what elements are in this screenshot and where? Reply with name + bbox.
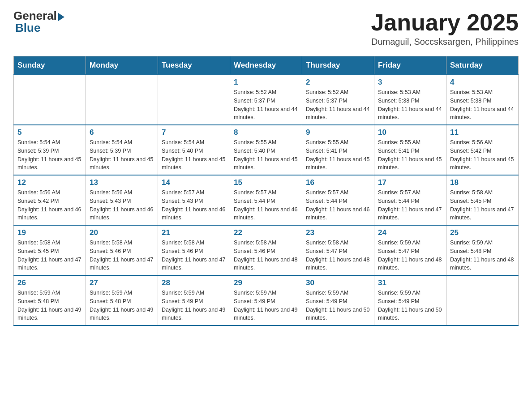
weekday-header-thursday: Thursday bbox=[302, 56, 374, 75]
day-number: 22 bbox=[234, 228, 298, 237]
calendar-cell: 10Sunrise: 5:55 AMSunset: 5:41 PMDayligh… bbox=[374, 125, 446, 175]
day-number: 26 bbox=[17, 278, 82, 287]
day-info: Sunrise: 5:54 AMSunset: 5:40 PMDaylight:… bbox=[162, 138, 226, 172]
day-number: 20 bbox=[90, 228, 154, 237]
calendar-cell: 15Sunrise: 5:57 AMSunset: 5:44 PMDayligh… bbox=[230, 175, 302, 225]
week-row-1: 1Sunrise: 5:52 AMSunset: 5:37 PMDaylight… bbox=[14, 75, 519, 125]
calendar-cell: 7Sunrise: 5:54 AMSunset: 5:40 PMDaylight… bbox=[158, 125, 230, 175]
day-info: Sunrise: 5:57 AMSunset: 5:44 PMDaylight:… bbox=[234, 188, 298, 222]
day-info: Sunrise: 5:54 AMSunset: 5:39 PMDaylight:… bbox=[90, 138, 154, 172]
day-info: Sunrise: 5:59 AMSunset: 5:48 PMDaylight:… bbox=[90, 289, 154, 322]
day-info: Sunrise: 5:58 AMSunset: 5:45 PMDaylight:… bbox=[450, 188, 515, 222]
page-header: General Blue January 2025 Dumaguil, Socc… bbox=[13, 9, 519, 47]
week-row-2: 5Sunrise: 5:54 AMSunset: 5:39 PMDaylight… bbox=[14, 125, 519, 175]
title-block: January 2025 Dumaguil, Soccsksargen, Phi… bbox=[371, 9, 519, 47]
day-number: 9 bbox=[306, 128, 370, 137]
day-info: Sunrise: 5:59 AMSunset: 5:49 PMDaylight:… bbox=[306, 289, 370, 322]
weekday-header-wednesday: Wednesday bbox=[230, 56, 302, 75]
day-number: 14 bbox=[162, 178, 226, 187]
day-number: 16 bbox=[306, 178, 370, 187]
calendar-cell: 14Sunrise: 5:57 AMSunset: 5:43 PMDayligh… bbox=[158, 175, 230, 225]
day-number: 19 bbox=[17, 228, 82, 237]
calendar-cell: 8Sunrise: 5:55 AMSunset: 5:40 PMDaylight… bbox=[230, 125, 302, 175]
day-info: Sunrise: 5:56 AMSunset: 5:42 PMDaylight:… bbox=[450, 138, 515, 172]
logo-blue-text: Blue bbox=[15, 21, 40, 35]
weekday-header-friday: Friday bbox=[374, 56, 446, 75]
calendar-cell: 13Sunrise: 5:56 AMSunset: 5:43 PMDayligh… bbox=[86, 175, 158, 225]
calendar-cell: 30Sunrise: 5:59 AMSunset: 5:49 PMDayligh… bbox=[302, 275, 374, 325]
calendar-cell bbox=[86, 75, 158, 125]
week-row-5: 26Sunrise: 5:59 AMSunset: 5:48 PMDayligh… bbox=[14, 275, 519, 325]
day-number: 3 bbox=[378, 78, 442, 87]
calendar-cell: 18Sunrise: 5:58 AMSunset: 5:45 PMDayligh… bbox=[446, 175, 519, 225]
day-info: Sunrise: 5:53 AMSunset: 5:38 PMDaylight:… bbox=[378, 88, 442, 122]
day-info: Sunrise: 5:53 AMSunset: 5:38 PMDaylight:… bbox=[450, 88, 515, 122]
calendar-cell: 25Sunrise: 5:59 AMSunset: 5:48 PMDayligh… bbox=[446, 225, 519, 275]
day-number: 27 bbox=[90, 278, 154, 287]
calendar-cell bbox=[446, 275, 519, 325]
day-info: Sunrise: 5:59 AMSunset: 5:49 PMDaylight:… bbox=[234, 289, 298, 322]
day-number: 10 bbox=[378, 128, 442, 137]
calendar-cell: 11Sunrise: 5:56 AMSunset: 5:42 PMDayligh… bbox=[446, 125, 519, 175]
day-info: Sunrise: 5:59 AMSunset: 5:48 PMDaylight:… bbox=[17, 289, 82, 322]
day-info: Sunrise: 5:57 AMSunset: 5:43 PMDaylight:… bbox=[162, 188, 226, 222]
day-info: Sunrise: 5:55 AMSunset: 5:41 PMDaylight:… bbox=[306, 138, 370, 172]
day-info: Sunrise: 5:59 AMSunset: 5:49 PMDaylight:… bbox=[378, 289, 442, 322]
calendar-cell: 23Sunrise: 5:58 AMSunset: 5:47 PMDayligh… bbox=[302, 225, 374, 275]
day-info: Sunrise: 5:58 AMSunset: 5:46 PMDaylight:… bbox=[234, 239, 298, 272]
day-info: Sunrise: 5:57 AMSunset: 5:44 PMDaylight:… bbox=[378, 188, 442, 222]
day-number: 12 bbox=[17, 178, 82, 187]
day-info: Sunrise: 5:59 AMSunset: 5:48 PMDaylight:… bbox=[450, 239, 515, 272]
calendar-cell bbox=[158, 75, 230, 125]
calendar-cell: 3Sunrise: 5:53 AMSunset: 5:38 PMDaylight… bbox=[374, 75, 446, 125]
calendar-cell: 26Sunrise: 5:59 AMSunset: 5:48 PMDayligh… bbox=[14, 275, 86, 325]
day-info: Sunrise: 5:56 AMSunset: 5:43 PMDaylight:… bbox=[90, 188, 154, 222]
day-info: Sunrise: 5:58 AMSunset: 5:46 PMDaylight:… bbox=[90, 239, 154, 272]
logo: General Blue bbox=[13, 9, 64, 35]
calendar-cell: 1Sunrise: 5:52 AMSunset: 5:37 PMDaylight… bbox=[230, 75, 302, 125]
day-number: 23 bbox=[306, 228, 370, 237]
weekday-header-sunday: Sunday bbox=[14, 56, 86, 75]
calendar-cell: 22Sunrise: 5:58 AMSunset: 5:46 PMDayligh… bbox=[230, 225, 302, 275]
calendar-cell: 19Sunrise: 5:58 AMSunset: 5:45 PMDayligh… bbox=[14, 225, 86, 275]
day-number: 7 bbox=[162, 128, 226, 137]
weekday-header-monday: Monday bbox=[86, 56, 158, 75]
day-info: Sunrise: 5:56 AMSunset: 5:42 PMDaylight:… bbox=[17, 188, 82, 222]
calendar-cell: 21Sunrise: 5:58 AMSunset: 5:46 PMDayligh… bbox=[158, 225, 230, 275]
calendar-cell: 17Sunrise: 5:57 AMSunset: 5:44 PMDayligh… bbox=[374, 175, 446, 225]
calendar-cell: 20Sunrise: 5:58 AMSunset: 5:46 PMDayligh… bbox=[86, 225, 158, 275]
logo-arrow-icon bbox=[58, 13, 64, 21]
day-info: Sunrise: 5:59 AMSunset: 5:47 PMDaylight:… bbox=[378, 239, 442, 272]
calendar-cell: 5Sunrise: 5:54 AMSunset: 5:39 PMDaylight… bbox=[14, 125, 86, 175]
calendar-cell: 27Sunrise: 5:59 AMSunset: 5:48 PMDayligh… bbox=[86, 275, 158, 325]
week-row-3: 12Sunrise: 5:56 AMSunset: 5:42 PMDayligh… bbox=[14, 175, 519, 225]
day-number: 2 bbox=[306, 78, 370, 87]
day-number: 1 bbox=[234, 78, 298, 87]
calendar-cell: 6Sunrise: 5:54 AMSunset: 5:39 PMDaylight… bbox=[86, 125, 158, 175]
day-info: Sunrise: 5:57 AMSunset: 5:44 PMDaylight:… bbox=[306, 188, 370, 222]
calendar-cell: 2Sunrise: 5:52 AMSunset: 5:37 PMDaylight… bbox=[302, 75, 374, 125]
day-number: 11 bbox=[450, 128, 515, 137]
day-info: Sunrise: 5:59 AMSunset: 5:49 PMDaylight:… bbox=[162, 289, 226, 322]
day-number: 15 bbox=[234, 178, 298, 187]
day-number: 24 bbox=[378, 228, 442, 237]
day-info: Sunrise: 5:58 AMSunset: 5:47 PMDaylight:… bbox=[306, 239, 370, 272]
day-info: Sunrise: 5:58 AMSunset: 5:46 PMDaylight:… bbox=[162, 239, 226, 272]
day-number: 29 bbox=[234, 278, 298, 287]
month-title: January 2025 bbox=[371, 9, 519, 36]
day-number: 28 bbox=[162, 278, 226, 287]
weekday-header-saturday: Saturday bbox=[446, 56, 519, 75]
calendar-cell: 16Sunrise: 5:57 AMSunset: 5:44 PMDayligh… bbox=[302, 175, 374, 225]
day-info: Sunrise: 5:52 AMSunset: 5:37 PMDaylight:… bbox=[234, 88, 298, 122]
calendar-cell: 4Sunrise: 5:53 AMSunset: 5:38 PMDaylight… bbox=[446, 75, 519, 125]
day-info: Sunrise: 5:55 AMSunset: 5:41 PMDaylight:… bbox=[378, 138, 442, 172]
day-number: 13 bbox=[90, 178, 154, 187]
calendar-cell: 9Sunrise: 5:55 AMSunset: 5:41 PMDaylight… bbox=[302, 125, 374, 175]
weekday-header-row: SundayMondayTuesdayWednesdayThursdayFrid… bbox=[14, 56, 519, 75]
calendar-cell: 24Sunrise: 5:59 AMSunset: 5:47 PMDayligh… bbox=[374, 225, 446, 275]
calendar-cell: 12Sunrise: 5:56 AMSunset: 5:42 PMDayligh… bbox=[14, 175, 86, 225]
calendar-cell bbox=[14, 75, 86, 125]
day-number: 25 bbox=[450, 228, 515, 237]
day-number: 30 bbox=[306, 278, 370, 287]
day-number: 5 bbox=[17, 128, 82, 137]
